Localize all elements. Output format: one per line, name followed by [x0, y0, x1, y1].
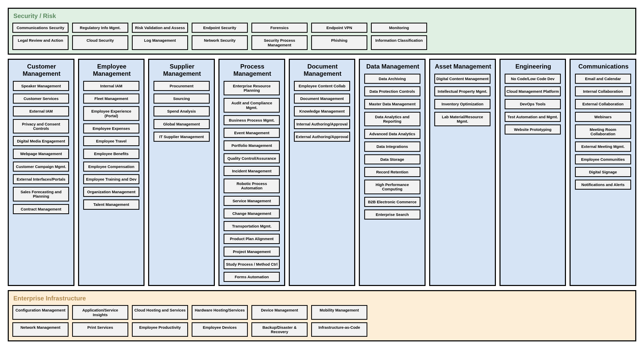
- capability-box: Organization Management: [83, 187, 139, 197]
- capability-box: Inventory Optimization: [434, 99, 490, 109]
- col-engineering: Engineering No Code/Low Code Dev Cloud M…: [499, 59, 566, 286]
- chip: Configuration Management: [12, 305, 69, 320]
- section-security-risk: Security / Risk Communications Security …: [8, 8, 636, 55]
- capability-box: Meeting Room Collaboration: [575, 124, 631, 139]
- chip: Legal Review and Action: [12, 35, 69, 50]
- chip: Log Management: [132, 35, 188, 50]
- capability-box: Employee Content Collab: [294, 81, 350, 91]
- capability-box: Project Management: [224, 247, 280, 257]
- capability-box: Sales Forecasting and Planning: [13, 187, 69, 201]
- capability-box: Data Integrations: [364, 141, 420, 152]
- security-row-1: Communications Security Regulatory Info …: [12, 23, 632, 33]
- capability-box: Forms Automation: [224, 272, 280, 282]
- chip: Infrastructure-as-Code: [311, 322, 367, 337]
- security-rows: Communications Security Regulatory Info …: [12, 23, 632, 50]
- chip: Cloud Hosting and Services: [132, 305, 188, 320]
- capability-box: Internal Authoring/Approval: [294, 119, 350, 129]
- chip: Network Management: [12, 322, 69, 337]
- chip: Endpoint Security: [192, 23, 248, 33]
- capability-box: Event Management: [224, 128, 280, 138]
- section-title-security-risk: Security / Risk: [13, 12, 632, 20]
- capability-box: Knowledge Management: [294, 106, 350, 116]
- capability-box: External Collaboration: [575, 99, 631, 109]
- capability-box: Customer Campaign Mgmt.: [13, 162, 69, 172]
- capability-box: Contract Management: [13, 204, 69, 214]
- col-title: Asset Management: [434, 63, 492, 70]
- infra-row-2: Network Management Print Services Employ…: [12, 322, 632, 337]
- chip: Hardware Hosting/Services: [192, 305, 248, 320]
- capability-box: Master Data Management: [364, 99, 420, 109]
- col-data-management: Data Management Data Archiving Data Prot…: [359, 59, 426, 286]
- capability-box: External Meeting Mgmt.: [575, 141, 631, 152]
- col-title: Supplier Management: [153, 63, 211, 77]
- capability-box: Enterprise Resource Planning: [224, 81, 280, 96]
- capability-box: Procurement: [154, 81, 210, 91]
- capability-box: Study Process / Method Ctrl: [224, 259, 280, 269]
- capability-box: Lab Material/Resource Mgmt.: [434, 112, 490, 127]
- capability-box: Employee Communities: [575, 154, 631, 164]
- capability-box: B2B Electronic Commerce: [364, 197, 420, 207]
- capability-box: Employee Compensation: [83, 162, 139, 172]
- chip: Application/Service Insights: [72, 305, 128, 320]
- chip: Information Classification: [371, 35, 427, 50]
- capability-box: Webpage Management: [13, 149, 69, 159]
- col-title: Engineering: [504, 63, 563, 70]
- chip: Employee Devices: [192, 322, 248, 337]
- capability-box: DevOps Tools: [505, 99, 561, 109]
- chip: Network Security: [192, 35, 248, 50]
- chip: Communications Security: [12, 23, 69, 33]
- chip: Regulatory Info Mgmt.: [72, 23, 128, 33]
- capability-box: High Performance Computing: [364, 180, 420, 194]
- capability-box: Enterprise Search: [364, 209, 420, 220]
- capability-box: Digital Signage: [575, 167, 631, 177]
- middle-columns: Customer Management Speaker Management C…: [8, 59, 636, 286]
- chip: Monitoring: [371, 23, 427, 33]
- col-asset-management: Asset Management Digital Content Managem…: [429, 59, 496, 286]
- capability-box: Quality Control/Assurance: [224, 153, 280, 163]
- capability-box: IT Supplier Management: [154, 132, 210, 142]
- capability-box: Robotic Process Automation: [224, 179, 280, 193]
- capability-box: Sourcing: [154, 94, 210, 104]
- chip: Forensics: [251, 23, 308, 33]
- chip: Device Management: [251, 305, 308, 320]
- capability-box: Digital Content Management: [434, 74, 490, 84]
- section-title-enterprise-infrastructure: Enterprise Infrastructure: [13, 295, 632, 302]
- capability-box: Change Management: [224, 208, 280, 218]
- capability-box: Intellectual Property Mgmt.: [434, 86, 490, 96]
- infra-rows: Configuration Management Application/Ser…: [12, 305, 632, 337]
- capability-box: Privacy and Consent Controls: [13, 119, 69, 134]
- col-stack: Enterprise Resource Planning Audit and C…: [222, 81, 282, 282]
- capability-box: Website Prototyping: [505, 124, 561, 134]
- col-title: Data Management: [363, 63, 422, 70]
- col-process-management: Process Management Enterprise Resource P…: [218, 59, 285, 286]
- capability-box: Employee Training and Dev: [83, 174, 139, 184]
- col-title: Communications: [574, 63, 633, 70]
- capability-box: Business Process Mgmt.: [224, 115, 280, 125]
- col-title: Employee Management: [83, 63, 141, 77]
- capability-box: Record Retention: [364, 167, 420, 177]
- capability-box: Data Protection Controls: [364, 86, 420, 96]
- capability-box: Employee Expenses: [83, 123, 139, 133]
- chip: Backup/Disaster & Recovery: [251, 322, 308, 337]
- col-employee-management: Employee Management Internal IAM Fleet M…: [78, 59, 145, 286]
- col-stack: No Code/Low Code Dev Cloud Management Pl…: [503, 74, 563, 134]
- chip: Endpoint VPN: [311, 23, 367, 33]
- capability-box: Speaker Management: [13, 81, 69, 91]
- col-stack: Data Archiving Data Protection Controls …: [362, 74, 422, 220]
- chip: Employee Productivity: [132, 322, 188, 337]
- capability-box: Employee Experience (Portal): [83, 106, 139, 121]
- chip: Cloud Security: [72, 35, 128, 50]
- col-title: Customer Management: [12, 63, 71, 77]
- capability-box: Webinars: [575, 112, 631, 122]
- capability-box: Document Management: [294, 94, 350, 104]
- capability-box: Data Storage: [364, 154, 420, 164]
- chip: Phishing: [311, 35, 367, 50]
- section-enterprise-infrastructure: Enterprise Infrastructure Configuration …: [8, 290, 636, 341]
- security-row-2: Legal Review and Action Cloud Security L…: [12, 35, 632, 50]
- capability-box: Notifications and Alerts: [575, 180, 631, 190]
- capability-box: Data Archiving: [364, 74, 420, 84]
- chip: Print Services: [72, 322, 128, 337]
- capability-box: Portfolio Management: [224, 140, 280, 150]
- capability-box: Internal Collaboration: [575, 86, 631, 96]
- capability-box: Global Management: [154, 119, 210, 129]
